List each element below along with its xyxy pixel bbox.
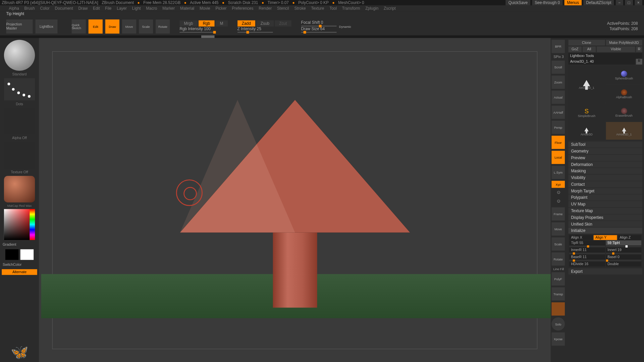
seethrough-slider[interactable]: See-through 0 xyxy=(532,0,562,5)
section-visibility[interactable]: Visibility xyxy=(569,175,642,181)
material-preview[interactable] xyxy=(4,176,35,202)
texture-preview[interactable] xyxy=(4,142,35,168)
actual-button[interactable]: Actual xyxy=(551,90,565,104)
r-badge[interactable]: R xyxy=(636,59,642,64)
aahalf-button[interactable]: AAHalf xyxy=(551,106,565,119)
section-masking[interactable]: Masking xyxy=(569,168,642,174)
r-button[interactable]: R xyxy=(636,46,642,52)
menu-brush[interactable]: Brush xyxy=(24,6,35,10)
polyf-button[interactable]: PolyF xyxy=(551,272,565,286)
m-button[interactable]: M xyxy=(215,20,227,26)
breadcrumb[interactable]: Lightbox› Tools xyxy=(569,53,642,59)
transp-button[interactable]: Transp xyxy=(551,287,565,301)
menu-zscript[interactable]: Zscript xyxy=(384,6,396,10)
tool-simplebrush[interactable]: SSimpleBrush xyxy=(569,104,605,121)
defaultscript-button[interactable]: DefaultZScript xyxy=(583,0,614,5)
section-polypaint[interactable]: Polypaint xyxy=(569,194,642,200)
section-export[interactable]: Export xyxy=(569,268,642,274)
section-morphtarget[interactable]: Morph Target xyxy=(569,188,642,194)
scroll-button[interactable]: Scroll xyxy=(551,61,565,74)
inneri-field[interactable]: InnerI 19 xyxy=(606,247,641,252)
rgb-intensity-label[interactable]: Rgb Intensity 100 xyxy=(179,26,227,31)
section-uvmap[interactable]: UV Map xyxy=(569,201,642,207)
dock-scale-button[interactable]: Scale xyxy=(551,237,565,251)
tool-alphabrush[interactable]: AlphaBrush xyxy=(606,85,642,103)
section-unifiedskin[interactable]: Unified Skin xyxy=(569,221,642,227)
menu-file[interactable]: File xyxy=(105,6,111,10)
frame-button[interactable]: Frame xyxy=(551,207,565,221)
menu-tool[interactable]: Tool xyxy=(329,6,337,10)
tool-arrow3d-1[interactable]: Arrow3D_1 xyxy=(569,66,605,103)
window-max-icon[interactable]: □ xyxy=(625,0,633,5)
alignx-button[interactable]: Align X xyxy=(569,235,593,240)
basei-field[interactable]: BaseI 0 xyxy=(606,255,641,260)
menu-edit[interactable]: Edit xyxy=(93,6,100,10)
persp-button[interactable]: Persp xyxy=(551,121,565,134)
quicksave-button[interactable]: QuickSave xyxy=(506,0,530,5)
menu-draw[interactable]: Draw xyxy=(78,6,88,10)
z-intensity-label[interactable]: Z Intensity 25 xyxy=(237,26,291,31)
make-polymesh-button[interactable]: Make PolyMesh3D xyxy=(606,40,642,46)
zcut-button[interactable]: Zcut xyxy=(275,20,291,26)
scale-button[interactable]: Scale xyxy=(139,19,153,34)
tipr-field[interactable]: TipR 55 xyxy=(569,240,605,245)
aligny-button[interactable]: Align Y xyxy=(594,235,617,240)
dynamic-label[interactable]: Dynamic xyxy=(339,25,351,28)
alpha-preview[interactable] xyxy=(4,108,35,134)
menu-macro[interactable]: Macro xyxy=(146,6,157,10)
menu-alpha[interactable]: Alpha xyxy=(9,6,19,10)
tool-eraserbrush[interactable]: EraserBrush xyxy=(606,104,642,121)
menu-material[interactable]: Material xyxy=(180,6,194,10)
menu-marker[interactable]: Marker xyxy=(162,6,175,10)
section-texturemap[interactable]: Texture Map xyxy=(569,208,642,214)
innerr-field[interactable]: InnerR 11 xyxy=(569,247,605,252)
window-close-icon[interactable]: × xyxy=(635,0,642,5)
section-initialize[interactable]: Initialize xyxy=(569,228,642,234)
zsub-button[interactable]: Zsub xyxy=(256,20,274,26)
menu-color[interactable]: Color xyxy=(40,6,49,10)
z-toggle[interactable]: ⊙ xyxy=(551,198,566,205)
gradient-label[interactable]: Gradient xyxy=(2,242,37,247)
alignz-button[interactable]: Align Z xyxy=(618,235,641,240)
color-picker[interactable] xyxy=(4,209,35,240)
stroke-preview[interactable] xyxy=(4,78,35,100)
menu-stroke[interactable]: Stroke xyxy=(294,6,306,10)
menu-stencil[interactable]: Stencil xyxy=(277,6,289,10)
menu-preferences[interactable]: Preferences xyxy=(232,6,253,10)
move-button[interactable]: Move xyxy=(122,19,136,34)
hdivide-field[interactable]: HDivide 16 xyxy=(569,262,605,267)
menu-texture[interactable]: Texture xyxy=(311,6,324,10)
rotate-button[interactable]: Rotate xyxy=(156,19,170,34)
brush-preview[interactable] xyxy=(4,40,35,71)
menu-document[interactable]: Document xyxy=(55,6,73,10)
quicksketch-button[interactable]: Quick Sketch xyxy=(72,19,86,34)
window-min-icon[interactable]: − xyxy=(616,0,624,5)
menu-movie[interactable]: Movie xyxy=(200,6,210,10)
xpose-button[interactable]: Xpose xyxy=(551,333,565,346)
alternate-button[interactable]: Alternate xyxy=(2,269,37,275)
goz-button[interactable]: GoZ xyxy=(569,46,582,52)
local-button[interactable]: Local xyxy=(551,151,565,164)
projection-master-button[interactable]: Projection Master xyxy=(6,19,33,34)
zadd-button[interactable]: Zadd xyxy=(237,20,255,26)
switchcolor-button[interactable]: SwitchColor xyxy=(2,262,37,267)
xyz-button[interactable]: Xyz xyxy=(551,181,565,188)
tool-spherebrush[interactable]: SphereBrush xyxy=(606,66,642,84)
section-displayprops[interactable]: Display Properties xyxy=(569,215,642,221)
menu-light[interactable]: Light xyxy=(132,6,141,10)
focal-shift-label[interactable]: Focal Shift 0 xyxy=(301,20,336,25)
menu-zplugin[interactable]: Zplugin xyxy=(365,6,378,10)
clone-button[interactable]: Clone xyxy=(569,40,605,46)
baser-field[interactable]: BaseR 11 xyxy=(569,255,605,260)
menu-transform[interactable]: Transform xyxy=(342,6,360,10)
bpr-button[interactable]: BPR xyxy=(551,40,565,53)
section-subtool[interactable]: SubTool xyxy=(569,141,642,147)
lsym-button[interactable]: L.Sym xyxy=(551,166,565,179)
section-preview[interactable]: Preview xyxy=(569,155,642,161)
tiph-field[interactable]: 59 TipH xyxy=(606,240,641,245)
section-deformation[interactable]: Deformation xyxy=(569,161,642,167)
menu-picker[interactable]: Picker xyxy=(216,6,227,10)
draw-button[interactable]: Draw xyxy=(105,19,119,34)
all-button[interactable]: All xyxy=(583,46,596,52)
menu-layer[interactable]: Layer xyxy=(117,6,127,10)
